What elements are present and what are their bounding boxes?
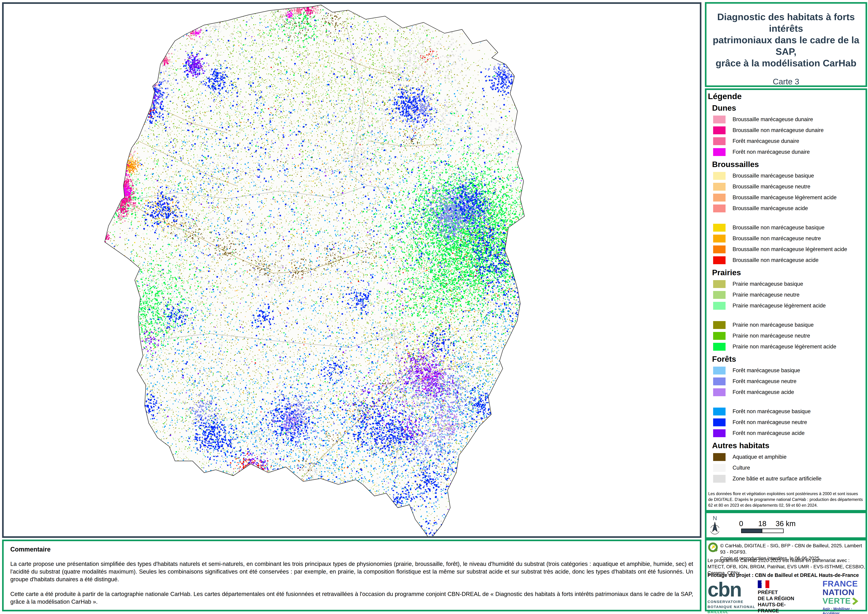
french-flag-icon bbox=[758, 580, 769, 588]
legend-swatch bbox=[713, 464, 725, 472]
scale-18: 18 bbox=[758, 519, 767, 528]
legend-label: Prairie non marécageuse légèrement acide bbox=[733, 344, 836, 350]
legend-section-4: Autres habitats bbox=[712, 441, 866, 450]
legend-label: Broussaille marécageuse neutre bbox=[733, 183, 811, 190]
fnv-tagline: Agir · Mobiliser · Accélérer bbox=[823, 607, 866, 614]
legend-label: Culture bbox=[733, 465, 750, 471]
legend-swatch bbox=[713, 388, 725, 396]
legend-swatch bbox=[713, 256, 725, 264]
legend-label: Forêt non marécageuse basique bbox=[733, 408, 811, 415]
legend-label: Broussaille non marécageuse neutre bbox=[733, 235, 821, 242]
scalebar-segment-filled bbox=[741, 529, 762, 533]
legend-swatch bbox=[713, 183, 725, 191]
prefet-logo: PRÉFET DE LA RÉGION HAUTS-DE-FRANCE Libe… bbox=[758, 580, 800, 614]
legend-section-3: Forêts bbox=[712, 354, 866, 364]
legend-swatch bbox=[713, 137, 725, 145]
title-line-3: grâce à la modélisation CarHab bbox=[707, 57, 866, 69]
cbn-sub-2: BOTANIQUE NATIONAL bbox=[708, 604, 758, 609]
legend-section-1: Broussailles bbox=[712, 160, 866, 169]
legend-item: Broussaille marécageuse neutre bbox=[708, 181, 866, 192]
legend-label: Prairie non marécageuse basique bbox=[733, 322, 814, 328]
legend-swatch bbox=[713, 429, 725, 437]
legend-item: Aquatique et amphibie bbox=[708, 452, 866, 462]
north-label: N bbox=[713, 515, 717, 521]
legend-item: Prairie marécageuse légèrement acide bbox=[708, 300, 866, 311]
legend-label: Forêt marécageuse dunaire bbox=[733, 138, 799, 144]
pilotage-text: Pilotage du projet : CBN de Bailleul et … bbox=[708, 572, 859, 578]
legend-swatch bbox=[713, 367, 725, 375]
legend-label: Forêt marécageuse acide bbox=[733, 389, 794, 395]
cbn-sub-1: CONSERVATOIRE bbox=[708, 599, 758, 604]
legend-item: Forêt non marécageuse basique bbox=[708, 406, 866, 417]
scalebar-segment-empty bbox=[762, 529, 784, 533]
scale-0: 0 bbox=[739, 519, 743, 528]
legend-swatch bbox=[713, 407, 725, 415]
legend-label: Zone bâtie et autre surface artificielle bbox=[733, 476, 822, 482]
comment-heading: Commentaire bbox=[10, 546, 693, 553]
qgis-icon bbox=[708, 542, 718, 552]
title-line-1: Diagnostic des habitats à forts intérêts bbox=[707, 11, 866, 34]
legend-item: Forêt non marécageuse acide bbox=[708, 428, 866, 438]
legend-label: Broussaille marécageuse légèrement acide bbox=[733, 194, 837, 201]
legend-swatch bbox=[713, 235, 725, 242]
legend-item: Broussaille non marécageuse dunaire bbox=[708, 125, 866, 136]
legend-swatch bbox=[713, 148, 725, 156]
legend-label: Forêt marécageuse basique bbox=[733, 367, 800, 374]
legend-item: Broussaille marécageuse basique bbox=[708, 170, 866, 181]
legend-item: Prairie non marécageuse légèrement acide bbox=[708, 341, 866, 352]
cbn-wordmark: cbn bbox=[708, 580, 758, 599]
legend-item: Broussaille non marécageuse neutre bbox=[708, 233, 866, 244]
legend-item: Forêt non marécageuse dunaire bbox=[708, 146, 866, 157]
legend-label: Forêt non marécageuse acide bbox=[733, 430, 804, 436]
legend-label: Forêt non marécageuse neutre bbox=[733, 419, 807, 426]
legend-section-0: Dunes bbox=[712, 104, 866, 113]
legend-swatch bbox=[713, 332, 725, 340]
cbn-sub-3: BAILLEUL bbox=[708, 609, 758, 614]
comment-paragraph-2: Cette carte a été produite à partir de l… bbox=[10, 590, 693, 606]
map-frame bbox=[2, 2, 701, 538]
prefet-line-1: PRÉFET bbox=[758, 589, 800, 595]
legend-label: Broussaille marécageuse acide bbox=[733, 205, 808, 211]
legend-item: Broussaille non marécageuse basique bbox=[708, 222, 866, 233]
legend-item: Broussaille non marécageuse légèrement a… bbox=[708, 244, 866, 255]
legend-label: Prairie marécageuse neutre bbox=[733, 292, 800, 298]
legend-swatch bbox=[713, 378, 725, 385]
legend-label: Broussaille marécageuse dunaire bbox=[733, 116, 813, 123]
legend-heading: Légende bbox=[708, 92, 866, 101]
legend-item: Prairie non marécageuse neutre bbox=[708, 330, 866, 341]
copyright-line-1: © CarHab, DIGITALE - SIG, BFP - CBN de B… bbox=[720, 542, 866, 555]
legend-swatch bbox=[713, 453, 725, 461]
legend-swatch bbox=[713, 205, 725, 212]
title-panel: Diagnostic des habitats à forts intérêts… bbox=[705, 2, 867, 87]
legend-item: Forêt marécageuse basique bbox=[708, 365, 866, 376]
france-nation-verte-logo: FRANCE NATION VERTE Agir · Mobiliser · A… bbox=[823, 579, 866, 614]
legend-label: Broussaille marécageuse basique bbox=[733, 173, 814, 179]
legend-item: Forêt non marécageuse neutre bbox=[708, 417, 866, 428]
legend-label: Aquatique et amphibie bbox=[733, 454, 787, 460]
legend-items: DunesBroussaille marécageuse dunaireBrou… bbox=[708, 104, 866, 484]
legend-label: Forêt non marécageuse dunaire bbox=[733, 149, 810, 155]
habitat-map bbox=[4, 4, 700, 536]
title-line-2: patrimoniaux dans le cadre de la SAP, bbox=[707, 34, 866, 57]
legend-swatch bbox=[713, 224, 725, 232]
legend-item: Forêt marécageuse dunaire bbox=[708, 136, 866, 146]
map-title: Diagnostic des habitats à forts intérêts… bbox=[707, 11, 866, 69]
legend-item: Prairie non marécageuse basique bbox=[708, 320, 866, 330]
cbn-logo: cbn CONSERVATOIRE BOTANIQUE NATIONAL BAI… bbox=[708, 580, 758, 614]
legend-swatch bbox=[713, 280, 725, 288]
legend-section-2: Prairies bbox=[712, 268, 866, 277]
legend-item: Broussaille marécageuse dunaire bbox=[708, 114, 866, 125]
fnv-france: FRANCE bbox=[823, 579, 866, 588]
legend-swatch bbox=[713, 115, 725, 123]
fnv-verte: VERTE bbox=[823, 596, 851, 605]
comment-paragraph-1: La carte propose une présentation simpli… bbox=[10, 560, 693, 583]
legend-swatch bbox=[713, 321, 725, 329]
fnv-chevron-icon bbox=[852, 598, 858, 605]
legend-item: Zone bâtie et autre surface artificielle bbox=[708, 473, 866, 484]
legend-label: Broussaille non marécageuse dunaire bbox=[733, 127, 823, 134]
legend-swatch bbox=[713, 343, 725, 351]
legend-panel: Légende DunesBroussaille marécageuse dun… bbox=[705, 89, 867, 511]
legend-swatch bbox=[713, 302, 725, 310]
legend-label: Prairie non marécageuse neutre bbox=[733, 333, 810, 339]
legend-swatch bbox=[713, 418, 725, 426]
